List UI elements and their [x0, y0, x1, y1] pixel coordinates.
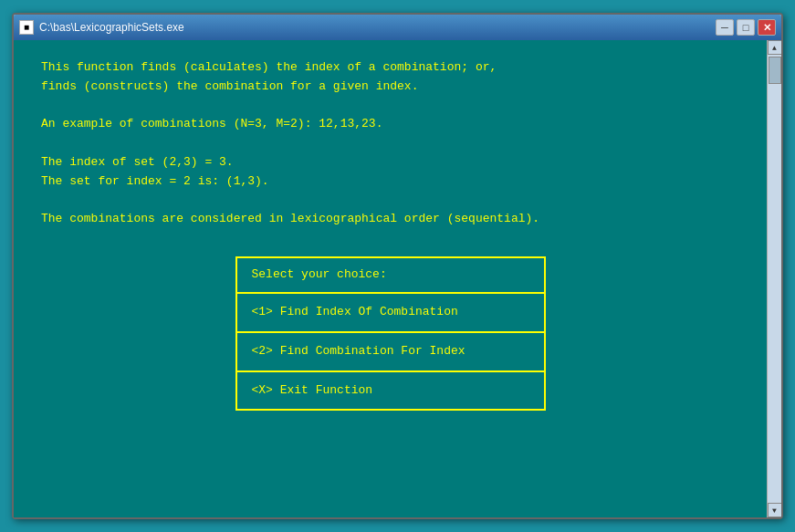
main-area: This function finds (calculates) the ind… — [14, 40, 767, 517]
main-window: ■ C:\bas\LexicographicSets.exe ─ □ ✕ Thi… — [12, 13, 783, 519]
scrollbar[interactable]: ▲ ▼ — [767, 40, 781, 517]
desc-line2: finds (constructs) the combination for a… — [41, 78, 739, 97]
window-content: This function finds (calculates) the ind… — [14, 40, 781, 517]
desc-line8 — [41, 192, 739, 211]
menu-item-2[interactable]: <2> Find Combination For Index — [237, 333, 544, 372]
description-block: This function finds (calculates) the ind… — [41, 58, 739, 229]
title-bar: ■ C:\bas\LexicographicSets.exe ─ □ ✕ — [14, 15, 781, 40]
minimize-button[interactable]: ─ — [716, 19, 734, 36]
title-buttons: ─ □ ✕ — [716, 19, 776, 36]
window-title: C:\bas\LexicographicSets.exe — [39, 21, 184, 34]
menu-box: Select your choice: <1> Find Index Of Co… — [235, 256, 546, 411]
menu-header: Select your choice: — [237, 258, 544, 294]
desc-line3 — [41, 97, 739, 116]
maximize-button[interactable]: □ — [737, 19, 755, 36]
desc-line5 — [41, 134, 739, 153]
scroll-thumb[interactable] — [769, 57, 781, 84]
scroll-up-arrow[interactable]: ▲ — [768, 40, 782, 55]
menu-container: Select your choice: <1> Find Index Of Co… — [41, 256, 739, 411]
close-button[interactable]: ✕ — [758, 19, 776, 36]
desc-line1: This function finds (calculates) the ind… — [41, 58, 739, 78]
desc-line9: The combinations are considered in lexic… — [41, 210, 739, 229]
scroll-down-arrow[interactable]: ▼ — [768, 503, 782, 517]
desc-line4: An example of combinations (N=3, M=2): 1… — [41, 115, 739, 134]
desc-line7: The set for index = 2 is: (1,3). — [41, 172, 739, 192]
desc-line6: The index of set (2,3) = 3. — [41, 153, 739, 172]
menu-item-1[interactable]: <1> Find Index Of Combination — [237, 294, 544, 333]
menu-item-exit[interactable]: <X> Exit Function — [237, 372, 544, 410]
window-icon: ■ — [19, 20, 34, 35]
title-bar-left: ■ C:\bas\LexicographicSets.exe — [19, 20, 184, 35]
